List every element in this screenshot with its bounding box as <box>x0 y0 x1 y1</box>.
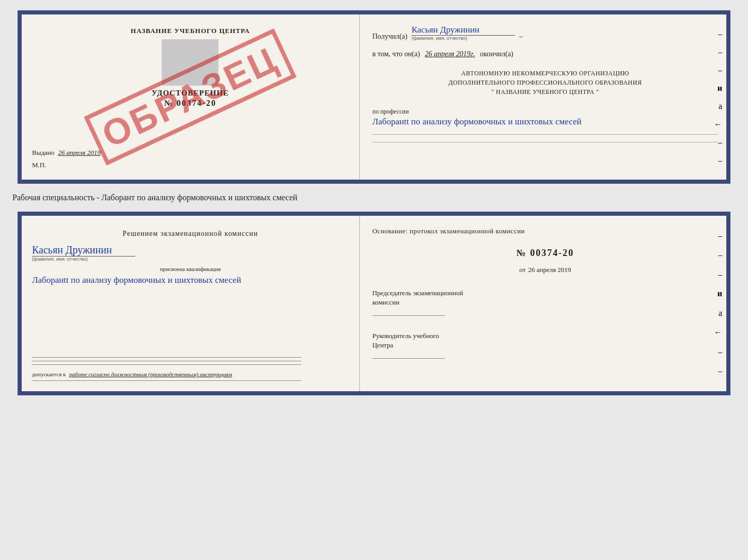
line1 <box>32 357 301 358</box>
photo-placeholder <box>162 39 219 86</box>
bottom-lines: допускается к работе согласно должностны… <box>32 357 349 381</box>
chairman-line1: Председатель экзаменационной <box>372 289 718 298</box>
date-line: в том, что он(а) 26 апреля 2019г. окончи… <box>372 50 718 58</box>
chairman-signature-line <box>372 315 445 316</box>
top-doc-right: Получил(а) Касьян Дружинин (фамилия, имя… <box>360 14 726 180</box>
date-suffix: окончил(а) <box>480 50 513 58</box>
divider1 <box>372 134 718 135</box>
date-prefix: в том, что он(а) <box>372 50 420 58</box>
divider2 <box>372 142 718 142</box>
допускается-text: допускается к работе согласно должностны… <box>32 371 349 377</box>
org-line3: " НАЗВАНИЕ УЧЕБНОГО ЦЕНТРА " <box>372 87 718 97</box>
rukovoditel-signature-line <box>372 358 445 359</box>
допускается-value: работе согласно должностным (производств… <box>69 371 232 377</box>
side-decorations: – – – и а ← – – <box>714 25 722 169</box>
basis-text: Основание: протокол экзаменационной коми… <box>372 226 718 236</box>
line2 <box>32 361 301 361</box>
commission-title: Решением экзаменационной комиссии <box>32 228 349 239</box>
profession-section: по профессии Лаборанtt по анализу формов… <box>372 108 718 128</box>
specialty-label: Рабочая специальность - Лаборант по анал… <box>10 193 298 202</box>
chairman-line2: комиссии <box>372 298 718 307</box>
fio-sub-bottom: (фамилия, имя, отчество) <box>32 256 135 262</box>
qualification-label: присвоена квалификация <box>32 266 349 272</box>
org-line2: ДОПОЛНИТЕЛЬНОГО ПРОФЕССИОНАЛЬНОГО ОБРАЗО… <box>372 78 718 87</box>
org-line1: АВТОНОМНУЮ НЕКОММЕРЧЕСКУЮ ОРГАНИЗАЦИЮ <box>372 69 718 78</box>
bottom-doc-left: Решением экзаменационной комиссии Касьян… <box>22 216 360 391</box>
protocol-number: № 00374-20 <box>372 248 718 259</box>
bottom-document: Решением экзаменационной комиссии Касьян… <box>18 212 730 395</box>
ot-date-value: 26 апреля 2019 <box>528 266 571 274</box>
top-document: НАЗВАНИЕ УЧЕБНОГО ЦЕНТРА УДОСТОВЕРЕНИЕ №… <box>18 10 730 184</box>
profession-value: Лаборанtt по анализу формовочных и шихто… <box>372 116 718 128</box>
line4 <box>32 380 301 381</box>
rukovoditel-section: Руководитель учебного Центра <box>372 331 718 361</box>
received-prefix: Получил(а) <box>372 33 408 41</box>
ot-date: от 26 апреля 2019 <box>372 266 718 274</box>
org-text: АВТОНОМНУЮ НЕКОММЕРЧЕСКУЮ ОРГАНИЗАЦИЮ ДО… <box>372 69 718 97</box>
received-name: Касьян Дружинин <box>412 25 479 35</box>
top-title: НАЗВАНИЕ УЧЕБНОГО ЦЕНТРА <box>32 27 349 35</box>
chairman-section: Председатель экзаменационной комиссии <box>372 289 718 318</box>
fio-sub-top: (фамилия, имя, отчество) <box>412 35 515 41</box>
issued-line: Выдано 26 апреля 2019 <box>32 149 349 157</box>
person-name: Касьян Дружинин <box>32 244 349 256</box>
bottom-side-decorations: – – – и а ← – – <box>714 226 722 381</box>
top-doc-left: НАЗВАНИЕ УЧЕБНОГО ЦЕНТРА УДОСТОВЕРЕНИЕ №… <box>22 14 360 180</box>
допускается-prefix: допускается к <box>32 371 66 377</box>
received-line: Получил(а) Касьян Дружинин (фамилия, имя… <box>372 25 718 41</box>
rukovoditel-line2: Центра <box>372 341 718 350</box>
rukovoditel-line1: Руководитель учебного <box>372 331 718 341</box>
profession-prefix: по профессии <box>372 108 718 116</box>
name-section: Касьян Дружинин (фамилия, имя, отчество) <box>32 244 349 262</box>
cert-label: УДОСТОВЕРЕНИЕ <box>32 89 349 98</box>
mp-label: М.П. <box>32 161 349 169</box>
bottom-doc-right: Основание: протокол экзаменационной коми… <box>360 216 726 391</box>
qualification-value: Лаборанtt по анализу формовочных и шихто… <box>32 274 349 286</box>
cert-number: № 00374-20 <box>32 99 349 108</box>
ot-prefix: от <box>519 266 525 274</box>
line3 <box>32 364 301 365</box>
issued-prefix: Выдано <box>32 149 54 156</box>
date-value: 26 апреля 2019г. <box>425 50 475 58</box>
issued-date: 26 апреля 2019 <box>58 149 101 156</box>
